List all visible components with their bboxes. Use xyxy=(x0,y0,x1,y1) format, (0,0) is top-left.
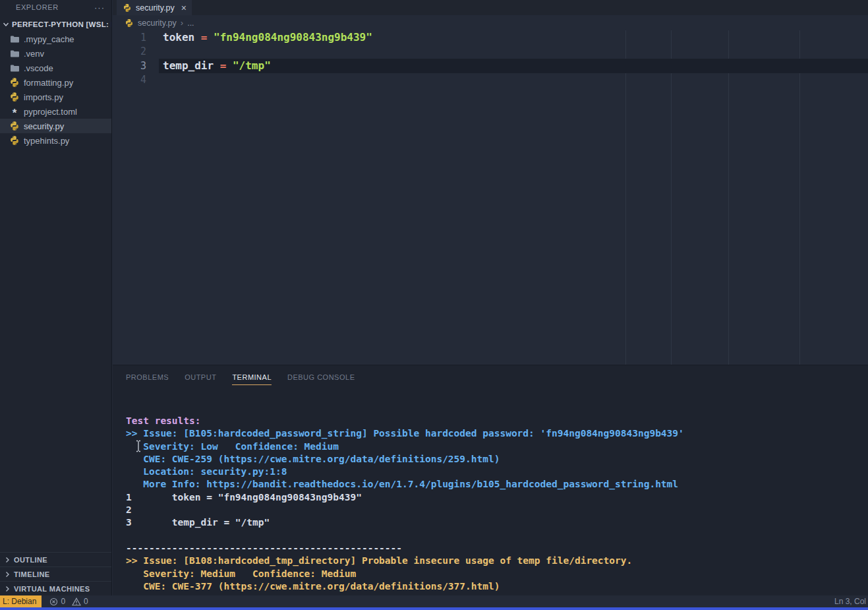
explorer-header: EXPLORER ··· xyxy=(0,0,111,15)
error-count: 0 xyxy=(61,597,65,606)
explorer-file-row[interactable]: .venv xyxy=(0,46,111,61)
editor-tab-bar: security.py × xyxy=(113,0,868,15)
terminal-line: Severity: Low Confidence: Medium xyxy=(126,441,868,454)
sidebar-bottom-sections: OUTLINETIMELINEVIRTUAL MACHINES xyxy=(0,552,111,595)
explorer-file-row[interactable]: typehints.py xyxy=(0,133,111,148)
code-line[interactable]: 1token = "fn94ng084ng90843ng9b439" xyxy=(113,30,868,45)
error-icon xyxy=(49,597,58,606)
breadcrumb-symbol[interactable]: ... xyxy=(187,18,194,28)
panel-tab-debug-console[interactable]: DEBUG CONSOLE xyxy=(287,373,355,385)
panel-tab-terminal[interactable]: TERMINAL xyxy=(232,373,272,385)
workspace-name: PERFECT-PYTHON [WSL: D... xyxy=(12,20,111,28)
file-name-label: formatting.py xyxy=(24,78,73,88)
file-name-label: security.py xyxy=(24,121,64,131)
python-icon xyxy=(9,77,20,88)
line-number: 2 xyxy=(113,46,156,57)
section-label: TIMELINE xyxy=(14,570,50,578)
explorer-file-row[interactable]: imports.py xyxy=(0,90,111,104)
line-number: 4 xyxy=(113,74,156,86)
warning-count: 0 xyxy=(84,597,88,606)
file-name-label: pyproject.toml xyxy=(24,107,77,117)
text-cursor-pointer-icon xyxy=(134,440,142,455)
explorer-file-row[interactable]: .mypy_cache xyxy=(0,32,111,46)
terminal-line: CWE: CWE-259 (https://cwe.mitre.org/data… xyxy=(126,454,868,466)
tab-security-py[interactable]: security.py × xyxy=(117,0,192,15)
terminal-output[interactable]: Test results:>> Issue: [B105:hardcoded_p… xyxy=(126,415,868,594)
status-bar: L: Debian 0 0 Ln 3, Col xyxy=(0,595,868,607)
folder-icon xyxy=(10,35,20,44)
chevron-down-icon xyxy=(3,21,9,28)
tab-label: security.py xyxy=(136,3,175,13)
window-bottom-accent xyxy=(0,607,868,610)
chevron-right-icon xyxy=(4,586,11,592)
section-label: VIRTUAL MACHINES xyxy=(14,585,90,593)
chevron-right-icon xyxy=(4,557,11,563)
file-name-label: .venv xyxy=(24,49,44,59)
code-line[interactable]: 2 xyxy=(113,45,868,59)
explorer-title: EXPLORER xyxy=(16,3,59,11)
section-label: OUTLINE xyxy=(14,556,47,564)
python-icon xyxy=(9,121,20,131)
asterisk-icon: * xyxy=(13,110,17,117)
panel-tab-bar: PROBLEMSOUTPUTTERMINALDEBUG CONSOLE xyxy=(126,373,370,385)
explorer-file-row[interactable]: .vscode xyxy=(0,61,111,75)
python-icon xyxy=(125,18,134,28)
python-icon xyxy=(123,3,132,13)
cursor-position-status[interactable]: Ln 3, Col xyxy=(834,595,866,607)
terminal-line: Severity: Medium Confidence: Medium xyxy=(126,568,868,581)
problems-status[interactable]: 0 0 xyxy=(49,597,94,606)
python-icon xyxy=(9,92,20,102)
explorer-file-row[interactable]: formatting.py xyxy=(0,75,111,90)
line-number: 3 xyxy=(113,60,156,72)
more-actions-icon[interactable]: ··· xyxy=(94,3,105,13)
remote-label: L: Debian xyxy=(3,597,36,606)
file-name-label: .vscode xyxy=(24,63,53,73)
terminal-line: Location: security.py:1:8 xyxy=(126,466,868,479)
explorer-file-row[interactable]: security.py xyxy=(0,119,111,133)
panel-tab-problems[interactable]: PROBLEMS xyxy=(126,373,169,385)
code-lines: 1token = "fn94ng084ng90843ng9b439"23temp… xyxy=(113,30,868,87)
cursor-position-label: Ln 3, Col xyxy=(834,597,866,606)
terminal-line: 3 temp_dir = "/tmp" xyxy=(126,517,868,530)
panel-tab-output[interactable]: OUTPUT xyxy=(185,373,216,385)
remote-indicator[interactable]: L: Debian xyxy=(0,595,42,607)
breadcrumb-file[interactable]: security.py xyxy=(138,18,177,28)
terminal-line: >> Issue: [B108:hardcoded_tmp_directory]… xyxy=(126,555,868,568)
chevron-right-icon xyxy=(4,571,11,578)
breadcrumb[interactable]: security.py › ... xyxy=(113,15,868,30)
code-text: temp_dir = "/tmp" xyxy=(156,59,271,72)
explorer-sidebar: EXPLORER ··· PERFECT-PYTHON [WSL: D... .… xyxy=(0,0,112,595)
vscode-window: EXPLORER ··· PERFECT-PYTHON [WSL: D... .… xyxy=(0,0,868,610)
python-icon xyxy=(9,135,20,146)
folder-icon xyxy=(10,64,20,73)
workspace-folder-row[interactable]: PERFECT-PYTHON [WSL: D... xyxy=(0,18,111,31)
code-editor[interactable]: 1token = "fn94ng084ng90843ng9b439"23temp… xyxy=(113,30,868,365)
file-name-label: typehints.py xyxy=(24,136,69,146)
line-number: 1 xyxy=(113,32,156,44)
folder-icon xyxy=(10,49,20,58)
terminal-line: >> Issue: [B105:hardcoded_password_strin… xyxy=(126,428,868,441)
terminal-line xyxy=(126,530,868,543)
code-line[interactable]: 4 xyxy=(113,73,868,88)
bottom-panel: PROBLEMSOUTPUTTERMINALDEBUG CONSOLE Test… xyxy=(113,365,868,595)
code-text: token = "fn94ng084ng90843ng9b439" xyxy=(156,31,372,44)
editor-group: security.py × security.py › ... 1token =… xyxy=(113,0,868,595)
terminal-line: 2 xyxy=(126,504,868,517)
explorer-file-row[interactable]: *pyproject.toml xyxy=(0,104,111,119)
tab-close-icon[interactable]: × xyxy=(181,3,187,13)
terminal-line: ----------------------------------------… xyxy=(126,543,868,555)
file-name-label: imports.py xyxy=(24,92,63,102)
file-tree: .mypy_cache.venv.vscodeformatting.pyimpo… xyxy=(0,32,111,148)
sidebar-section-virtual-machines[interactable]: VIRTUAL MACHINES xyxy=(0,581,111,595)
sidebar-section-timeline[interactable]: TIMELINE xyxy=(0,566,111,581)
terminal-line: More Info: https://bandit.readthedocs.io… xyxy=(126,479,868,491)
code-line[interactable]: 3temp_dir = "/tmp" xyxy=(113,59,868,73)
warning-icon xyxy=(72,597,81,606)
sidebar-section-outline[interactable]: OUTLINE xyxy=(0,552,111,566)
terminal-line: Test results: xyxy=(126,415,868,428)
file-name-label: .mypy_cache xyxy=(24,34,74,44)
breadcrumb-separator-icon: › xyxy=(181,18,183,28)
terminal-line: 1 token = "fn94ng084ng90843ng9b439" xyxy=(126,492,868,504)
terminal-line: CWE: CWE-377 (https://cwe.mitre.org/data… xyxy=(126,581,868,594)
